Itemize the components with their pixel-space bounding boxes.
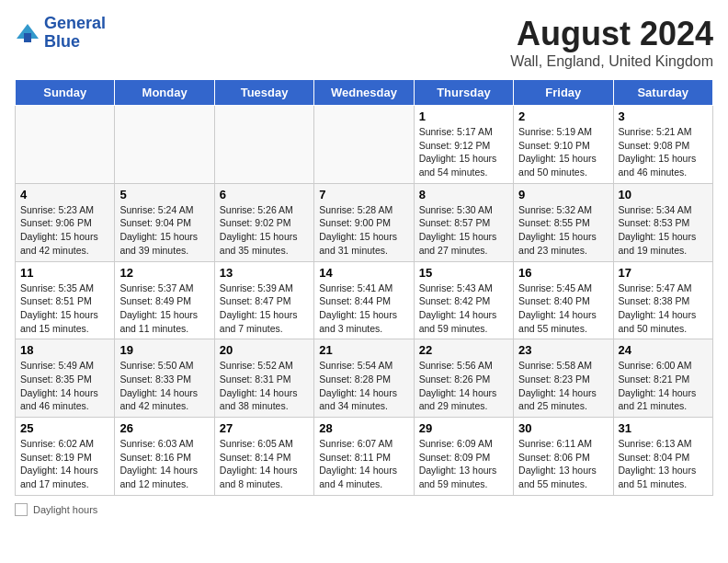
day-info: Sunrise: 5:50 AM Sunset: 8:33 PM Dayligh… xyxy=(119,359,209,413)
calendar-cell: 28Sunrise: 6:07 AM Sunset: 8:11 PM Dayli… xyxy=(314,418,414,496)
calendar-week-row: 11Sunrise: 5:35 AM Sunset: 8:51 PM Dayli… xyxy=(16,261,713,339)
location: Wall, England, United Kingdom xyxy=(510,53,713,70)
day-info: Sunrise: 5:28 AM Sunset: 9:00 PM Dayligh… xyxy=(319,203,408,258)
calendar-cell: 26Sunrise: 6:03 AM Sunset: 8:16 PM Dayli… xyxy=(115,418,214,496)
day-info: Sunrise: 5:47 AM Sunset: 8:38 PM Dayligh… xyxy=(619,282,708,336)
day-number: 26 xyxy=(119,421,209,435)
day-number: 31 xyxy=(619,421,708,435)
day-number: 8 xyxy=(419,188,508,201)
day-number: 10 xyxy=(619,188,708,201)
calendar-cell: 15Sunrise: 5:43 AM Sunset: 8:42 PM Dayli… xyxy=(414,261,513,339)
svg-rect-2 xyxy=(24,33,31,42)
day-info: Sunrise: 5:37 AM Sunset: 8:49 PM Dayligh… xyxy=(119,282,209,336)
logo-line2: Blue xyxy=(44,33,106,52)
day-info: Sunrise: 5:19 AM Sunset: 9:10 PM Dayligh… xyxy=(518,125,608,179)
day-info: Sunrise: 5:54 AM Sunset: 8:28 PM Dayligh… xyxy=(319,359,408,413)
day-number: 29 xyxy=(419,421,508,435)
day-number: 9 xyxy=(518,188,608,201)
calendar-cell: 2Sunrise: 5:19 AM Sunset: 9:10 PM Daylig… xyxy=(514,106,613,184)
calendar-cell: 10Sunrise: 5:34 AM Sunset: 8:53 PM Dayli… xyxy=(613,183,712,261)
day-number: 15 xyxy=(419,266,508,280)
day-number: 24 xyxy=(619,343,708,357)
calendar-day-header: Monday xyxy=(115,80,214,106)
calendar-table: SundayMondayTuesdayWednesdayThursdayFrid… xyxy=(15,79,713,496)
day-info: Sunrise: 5:45 AM Sunset: 8:40 PM Dayligh… xyxy=(518,282,608,336)
day-info: Sunrise: 6:07 AM Sunset: 8:11 PM Dayligh… xyxy=(319,437,408,491)
day-info: Sunrise: 5:26 AM Sunset: 9:02 PM Dayligh… xyxy=(220,203,309,258)
day-number: 12 xyxy=(119,266,209,280)
calendar-cell: 1Sunrise: 5:17 AM Sunset: 9:12 PM Daylig… xyxy=(414,106,513,184)
day-number: 3 xyxy=(619,109,708,123)
day-number: 30 xyxy=(518,421,608,435)
day-info: Sunrise: 5:34 AM Sunset: 8:53 PM Dayligh… xyxy=(619,203,708,258)
logo-line1: General xyxy=(44,15,106,33)
day-number: 25 xyxy=(20,421,109,435)
calendar-header-row: SundayMondayTuesdayWednesdayThursdayFrid… xyxy=(16,80,713,106)
month-year: August 2024 xyxy=(510,15,713,53)
day-info: Sunrise: 5:24 AM Sunset: 9:04 PM Dayligh… xyxy=(119,203,209,258)
calendar-day-header: Sunday xyxy=(16,80,115,106)
calendar-cell: 23Sunrise: 5:58 AM Sunset: 8:23 PM Dayli… xyxy=(514,339,613,418)
day-info: Sunrise: 5:35 AM Sunset: 8:51 PM Dayligh… xyxy=(20,282,109,336)
calendar-cell: 13Sunrise: 5:39 AM Sunset: 8:47 PM Dayli… xyxy=(214,261,313,339)
day-info: Sunrise: 6:13 AM Sunset: 8:04 PM Dayligh… xyxy=(619,437,708,491)
day-info: Sunrise: 6:05 AM Sunset: 8:14 PM Dayligh… xyxy=(220,437,309,491)
day-number: 23 xyxy=(518,343,608,357)
calendar-cell: 8Sunrise: 5:30 AM Sunset: 8:57 PM Daylig… xyxy=(414,183,513,261)
day-number: 13 xyxy=(220,266,309,280)
day-number: 4 xyxy=(20,188,109,201)
calendar-cell: 21Sunrise: 5:54 AM Sunset: 8:28 PM Dayli… xyxy=(314,339,414,418)
day-info: Sunrise: 6:03 AM Sunset: 8:16 PM Dayligh… xyxy=(119,437,209,491)
day-number: 11 xyxy=(20,266,109,280)
calendar-cell: 27Sunrise: 6:05 AM Sunset: 8:14 PM Dayli… xyxy=(214,418,313,496)
calendar-week-row: 25Sunrise: 6:02 AM Sunset: 8:19 PM Dayli… xyxy=(16,418,713,496)
day-info: Sunrise: 5:32 AM Sunset: 8:55 PM Dayligh… xyxy=(518,203,608,258)
day-number: 16 xyxy=(518,266,608,280)
logo-icon xyxy=(15,20,40,46)
day-info: Sunrise: 5:49 AM Sunset: 8:35 PM Dayligh… xyxy=(20,359,109,413)
day-number: 2 xyxy=(518,109,608,123)
day-info: Sunrise: 5:52 AM Sunset: 8:31 PM Dayligh… xyxy=(220,359,309,413)
calendar-cell: 3Sunrise: 5:21 AM Sunset: 9:08 PM Daylig… xyxy=(613,106,712,184)
day-info: Sunrise: 5:43 AM Sunset: 8:42 PM Dayligh… xyxy=(419,282,508,336)
page-header: General Blue August 2024 Wall, England, … xyxy=(15,15,713,70)
day-number: 5 xyxy=(119,188,209,201)
calendar-cell: 16Sunrise: 5:45 AM Sunset: 8:40 PM Dayli… xyxy=(514,261,613,339)
day-number: 19 xyxy=(119,343,209,357)
day-info: Sunrise: 5:21 AM Sunset: 9:08 PM Dayligh… xyxy=(619,125,708,179)
calendar-cell: 19Sunrise: 5:50 AM Sunset: 8:33 PM Dayli… xyxy=(115,339,214,418)
logo: General Blue xyxy=(15,15,106,52)
day-info: Sunrise: 6:09 AM Sunset: 8:09 PM Dayligh… xyxy=(419,437,508,491)
day-info: Sunrise: 6:02 AM Sunset: 8:19 PM Dayligh… xyxy=(20,437,109,491)
calendar-day-header: Tuesday xyxy=(214,80,313,106)
calendar-cell xyxy=(214,106,313,184)
day-number: 18 xyxy=(20,343,109,357)
calendar-cell: 12Sunrise: 5:37 AM Sunset: 8:49 PM Dayli… xyxy=(115,261,214,339)
calendar-cell: 24Sunrise: 6:00 AM Sunset: 8:21 PM Dayli… xyxy=(613,339,712,418)
calendar-cell xyxy=(314,106,414,184)
calendar-cell: 29Sunrise: 6:09 AM Sunset: 8:09 PM Dayli… xyxy=(414,418,513,496)
calendar-cell: 4Sunrise: 5:23 AM Sunset: 9:06 PM Daylig… xyxy=(16,183,115,261)
day-info: Sunrise: 6:11 AM Sunset: 8:06 PM Dayligh… xyxy=(518,437,608,491)
day-number: 7 xyxy=(319,188,408,201)
calendar-cell: 6Sunrise: 5:26 AM Sunset: 9:02 PM Daylig… xyxy=(214,183,313,261)
day-number: 1 xyxy=(419,109,508,123)
calendar-cell: 25Sunrise: 6:02 AM Sunset: 8:19 PM Dayli… xyxy=(16,418,115,496)
day-number: 22 xyxy=(419,343,508,357)
day-number: 6 xyxy=(220,188,309,201)
calendar-day-header: Wednesday xyxy=(314,80,414,106)
day-number: 20 xyxy=(220,343,309,357)
calendar-week-row: 4Sunrise: 5:23 AM Sunset: 9:06 PM Daylig… xyxy=(16,183,713,261)
calendar-cell: 5Sunrise: 5:24 AM Sunset: 9:04 PM Daylig… xyxy=(115,183,214,261)
title-block: August 2024 Wall, England, United Kingdo… xyxy=(510,15,713,70)
calendar-cell: 18Sunrise: 5:49 AM Sunset: 8:35 PM Dayli… xyxy=(16,339,115,418)
daylight-box xyxy=(15,503,28,516)
calendar-cell: 20Sunrise: 5:52 AM Sunset: 8:31 PM Dayli… xyxy=(214,339,313,418)
calendar-cell xyxy=(16,106,115,184)
day-info: Sunrise: 5:39 AM Sunset: 8:47 PM Dayligh… xyxy=(220,282,309,336)
calendar-day-header: Saturday xyxy=(613,80,712,106)
calendar-cell: 17Sunrise: 5:47 AM Sunset: 8:38 PM Dayli… xyxy=(613,261,712,339)
calendar-day-header: Thursday xyxy=(414,80,513,106)
footer: Daylight hours xyxy=(15,503,713,516)
calendar-day-header: Friday xyxy=(514,80,613,106)
